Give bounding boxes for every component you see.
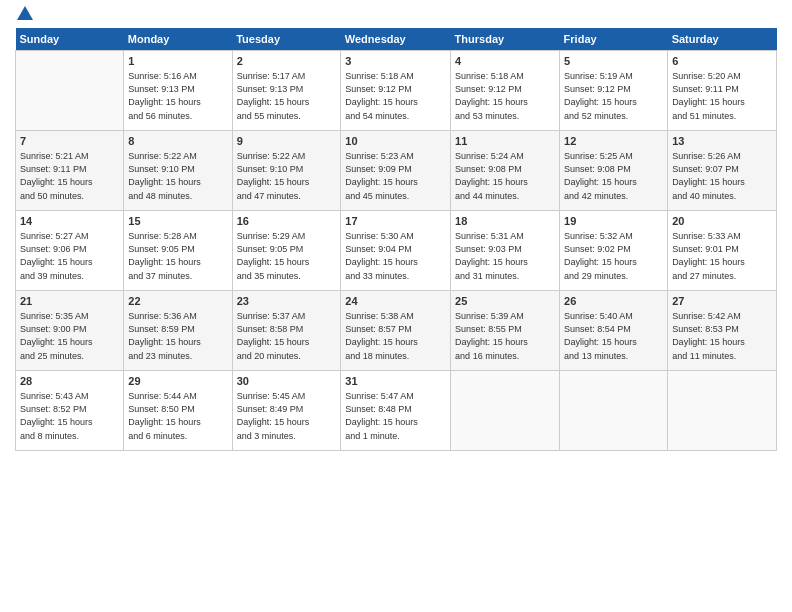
day-number: 11 xyxy=(455,134,555,149)
weekday-header-row: SundayMondayTuesdayWednesdayThursdayFrid… xyxy=(16,28,777,51)
day-info: Sunrise: 5:36 AM Sunset: 8:59 PM Dayligh… xyxy=(128,310,227,362)
calendar-day: 18Sunrise: 5:31 AM Sunset: 9:03 PM Dayli… xyxy=(451,211,560,291)
weekday-header-wednesday: Wednesday xyxy=(341,28,451,51)
main-container: SundayMondayTuesdayWednesdayThursdayFrid… xyxy=(0,0,792,456)
day-info: Sunrise: 5:47 AM Sunset: 8:48 PM Dayligh… xyxy=(345,390,446,442)
weekday-header-saturday: Saturday xyxy=(668,28,777,51)
day-number: 20 xyxy=(672,214,772,229)
calendar-day: 6Sunrise: 5:20 AM Sunset: 9:11 PM Daylig… xyxy=(668,51,777,131)
calendar-day: 15Sunrise: 5:28 AM Sunset: 9:05 PM Dayli… xyxy=(124,211,232,291)
day-info: Sunrise: 5:23 AM Sunset: 9:09 PM Dayligh… xyxy=(345,150,446,202)
day-number: 1 xyxy=(128,54,227,69)
day-number: 28 xyxy=(20,374,119,389)
day-number: 6 xyxy=(672,54,772,69)
day-number: 23 xyxy=(237,294,337,309)
calendar-day: 5Sunrise: 5:19 AM Sunset: 9:12 PM Daylig… xyxy=(560,51,668,131)
day-info: Sunrise: 5:39 AM Sunset: 8:55 PM Dayligh… xyxy=(455,310,555,362)
logo xyxy=(15,10,33,20)
day-number: 10 xyxy=(345,134,446,149)
day-number: 21 xyxy=(20,294,119,309)
calendar-day: 21Sunrise: 5:35 AM Sunset: 9:00 PM Dayli… xyxy=(16,291,124,371)
calendar-day: 30Sunrise: 5:45 AM Sunset: 8:49 PM Dayli… xyxy=(232,371,341,451)
weekday-header-tuesday: Tuesday xyxy=(232,28,341,51)
day-info: Sunrise: 5:25 AM Sunset: 9:08 PM Dayligh… xyxy=(564,150,663,202)
weekday-header-sunday: Sunday xyxy=(16,28,124,51)
day-info: Sunrise: 5:33 AM Sunset: 9:01 PM Dayligh… xyxy=(672,230,772,282)
day-info: Sunrise: 5:16 AM Sunset: 9:13 PM Dayligh… xyxy=(128,70,227,122)
calendar-day: 26Sunrise: 5:40 AM Sunset: 8:54 PM Dayli… xyxy=(560,291,668,371)
calendar-day: 28Sunrise: 5:43 AM Sunset: 8:52 PM Dayli… xyxy=(16,371,124,451)
day-number: 12 xyxy=(564,134,663,149)
calendar-day: 22Sunrise: 5:36 AM Sunset: 8:59 PM Dayli… xyxy=(124,291,232,371)
day-number: 14 xyxy=(20,214,119,229)
day-info: Sunrise: 5:30 AM Sunset: 9:04 PM Dayligh… xyxy=(345,230,446,282)
day-info: Sunrise: 5:17 AM Sunset: 9:13 PM Dayligh… xyxy=(237,70,337,122)
day-info: Sunrise: 5:18 AM Sunset: 9:12 PM Dayligh… xyxy=(455,70,555,122)
day-number: 4 xyxy=(455,54,555,69)
day-info: Sunrise: 5:18 AM Sunset: 9:12 PM Dayligh… xyxy=(345,70,446,122)
calendar-day: 31Sunrise: 5:47 AM Sunset: 8:48 PM Dayli… xyxy=(341,371,451,451)
calendar-day: 9Sunrise: 5:22 AM Sunset: 9:10 PM Daylig… xyxy=(232,131,341,211)
calendar-day: 11Sunrise: 5:24 AM Sunset: 9:08 PM Dayli… xyxy=(451,131,560,211)
calendar-week-2: 7Sunrise: 5:21 AM Sunset: 9:11 PM Daylig… xyxy=(16,131,777,211)
calendar-day: 20Sunrise: 5:33 AM Sunset: 9:01 PM Dayli… xyxy=(668,211,777,291)
calendar-day: 12Sunrise: 5:25 AM Sunset: 9:08 PM Dayli… xyxy=(560,131,668,211)
calendar-day: 19Sunrise: 5:32 AM Sunset: 9:02 PM Dayli… xyxy=(560,211,668,291)
calendar-day xyxy=(560,371,668,451)
day-info: Sunrise: 5:31 AM Sunset: 9:03 PM Dayligh… xyxy=(455,230,555,282)
day-info: Sunrise: 5:35 AM Sunset: 9:00 PM Dayligh… xyxy=(20,310,119,362)
day-number: 18 xyxy=(455,214,555,229)
calendar-week-4: 21Sunrise: 5:35 AM Sunset: 9:00 PM Dayli… xyxy=(16,291,777,371)
calendar-day: 14Sunrise: 5:27 AM Sunset: 9:06 PM Dayli… xyxy=(16,211,124,291)
calendar-day: 23Sunrise: 5:37 AM Sunset: 8:58 PM Dayli… xyxy=(232,291,341,371)
day-info: Sunrise: 5:42 AM Sunset: 8:53 PM Dayligh… xyxy=(672,310,772,362)
calendar-day: 3Sunrise: 5:18 AM Sunset: 9:12 PM Daylig… xyxy=(341,51,451,131)
day-info: Sunrise: 5:22 AM Sunset: 9:10 PM Dayligh… xyxy=(237,150,337,202)
calendar-day: 17Sunrise: 5:30 AM Sunset: 9:04 PM Dayli… xyxy=(341,211,451,291)
calendar-day: 10Sunrise: 5:23 AM Sunset: 9:09 PM Dayli… xyxy=(341,131,451,211)
day-number: 31 xyxy=(345,374,446,389)
calendar-day: 24Sunrise: 5:38 AM Sunset: 8:57 PM Dayli… xyxy=(341,291,451,371)
day-number: 24 xyxy=(345,294,446,309)
day-number: 19 xyxy=(564,214,663,229)
day-info: Sunrise: 5:19 AM Sunset: 9:12 PM Dayligh… xyxy=(564,70,663,122)
day-info: Sunrise: 5:32 AM Sunset: 9:02 PM Dayligh… xyxy=(564,230,663,282)
day-number: 17 xyxy=(345,214,446,229)
calendar-day: 2Sunrise: 5:17 AM Sunset: 9:13 PM Daylig… xyxy=(232,51,341,131)
day-info: Sunrise: 5:20 AM Sunset: 9:11 PM Dayligh… xyxy=(672,70,772,122)
day-info: Sunrise: 5:27 AM Sunset: 9:06 PM Dayligh… xyxy=(20,230,119,282)
day-number: 5 xyxy=(564,54,663,69)
logo-text xyxy=(15,10,33,20)
calendar-day: 4Sunrise: 5:18 AM Sunset: 9:12 PM Daylig… xyxy=(451,51,560,131)
day-info: Sunrise: 5:44 AM Sunset: 8:50 PM Dayligh… xyxy=(128,390,227,442)
day-number: 30 xyxy=(237,374,337,389)
calendar-day: 25Sunrise: 5:39 AM Sunset: 8:55 PM Dayli… xyxy=(451,291,560,371)
weekday-header-thursday: Thursday xyxy=(451,28,560,51)
day-info: Sunrise: 5:43 AM Sunset: 8:52 PM Dayligh… xyxy=(20,390,119,442)
calendar-day: 13Sunrise: 5:26 AM Sunset: 9:07 PM Dayli… xyxy=(668,131,777,211)
calendar-week-5: 28Sunrise: 5:43 AM Sunset: 8:52 PM Dayli… xyxy=(16,371,777,451)
day-number: 15 xyxy=(128,214,227,229)
day-info: Sunrise: 5:29 AM Sunset: 9:05 PM Dayligh… xyxy=(237,230,337,282)
day-number: 7 xyxy=(20,134,119,149)
calendar-week-3: 14Sunrise: 5:27 AM Sunset: 9:06 PM Dayli… xyxy=(16,211,777,291)
calendar-day: 8Sunrise: 5:22 AM Sunset: 9:10 PM Daylig… xyxy=(124,131,232,211)
calendar-day xyxy=(16,51,124,131)
day-number: 8 xyxy=(128,134,227,149)
day-info: Sunrise: 5:22 AM Sunset: 9:10 PM Dayligh… xyxy=(128,150,227,202)
day-info: Sunrise: 5:21 AM Sunset: 9:11 PM Dayligh… xyxy=(20,150,119,202)
calendar-day: 29Sunrise: 5:44 AM Sunset: 8:50 PM Dayli… xyxy=(124,371,232,451)
day-info: Sunrise: 5:45 AM Sunset: 8:49 PM Dayligh… xyxy=(237,390,337,442)
header xyxy=(15,10,777,20)
day-number: 27 xyxy=(672,294,772,309)
day-info: Sunrise: 5:37 AM Sunset: 8:58 PM Dayligh… xyxy=(237,310,337,362)
day-number: 29 xyxy=(128,374,227,389)
calendar-day: 27Sunrise: 5:42 AM Sunset: 8:53 PM Dayli… xyxy=(668,291,777,371)
day-number: 9 xyxy=(237,134,337,149)
calendar-table: SundayMondayTuesdayWednesdayThursdayFrid… xyxy=(15,28,777,451)
day-number: 26 xyxy=(564,294,663,309)
calendar-day: 1Sunrise: 5:16 AM Sunset: 9:13 PM Daylig… xyxy=(124,51,232,131)
day-number: 2 xyxy=(237,54,337,69)
day-number: 3 xyxy=(345,54,446,69)
day-info: Sunrise: 5:38 AM Sunset: 8:57 PM Dayligh… xyxy=(345,310,446,362)
